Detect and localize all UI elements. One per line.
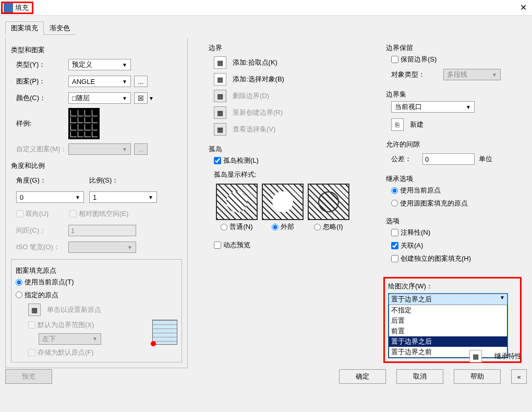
pick-origin-icon: ▦ [28,304,41,316]
group-boundary-set: 边界集 [386,90,516,99]
draw-order-option[interactable]: 置于边界之后 [389,336,507,347]
color-combo[interactable]: □ 随层▼ [68,92,131,104]
view-selection-label: 查看选择集(V) [233,125,275,134]
iso-combo: ▼ [68,241,136,253]
draw-order-label: 绘图次序(W)： [388,282,433,290]
group-inherit: 继承选项 [386,174,516,184]
draw-order-option[interactable]: 不指定 [389,305,507,316]
delete-boundary-icon: ▦ [214,90,226,102]
associative-checkbox[interactable]: 关联(A) [391,241,423,250]
island-normal-radio[interactable]: 普通(N) [221,222,252,232]
draw-order-combo[interactable]: 置于边界之后▼ 不指定 后置 前置 置于边界之后 置于边界之前 [388,293,508,358]
annotative-checkbox[interactable]: 注释性(N) [391,228,430,237]
sample-swatch[interactable] [68,108,100,139]
scale-combo[interactable]: 1▼ [89,191,157,203]
group-boundary-retain: 边界保留 [386,43,516,53]
store-default-checkbox: 存储为默认原点(F) [28,348,94,357]
origin-position-combo: 左下▼ [39,333,101,345]
objtype-combo: 多段线▼ [443,69,501,80]
collapse-button[interactable]: « [511,369,527,384]
inherit-props-icon[interactable]: ▦ [469,350,482,362]
add-select-label: 添加:选择对象(B) [233,75,284,84]
spacing-input [68,225,136,236]
island-style-label: 孤岛显示样式: [214,170,365,179]
origin-specify-radio[interactable]: 指定的原点 [16,290,58,300]
inherit-source-radio[interactable]: 使用源图案填充的原点 [391,199,468,208]
default-bounds-checkbox: 默认为边界范围(X) [28,320,94,330]
tab-gradient[interactable]: 渐变色 [44,21,76,35]
color-label: 颜色(C)： [16,93,68,103]
origin-current-radio[interactable]: 使用当前原点(T) [16,277,74,287]
island-detect-checkbox[interactable]: 孤岛检测(L) [214,156,259,165]
angle-label: 角度(G)： [16,176,89,185]
boundary-set-combo[interactable]: 当前视口▼ [391,101,475,113]
recreate-boundary-icon: ▦ [214,106,226,119]
island-ignore-radio[interactable]: 忽略(I) [314,222,343,232]
island-normal-preview[interactable] [216,184,258,220]
custom-pattern-browse: ... [134,143,148,155]
type-label: 类型(Y)： [16,60,68,69]
pattern-browse-button[interactable]: ... [134,76,148,87]
select-obj-icon[interactable]: ▦ [214,73,226,86]
dynamic-preview-checkbox[interactable]: 动态预览 [214,240,250,250]
pattern-combo[interactable]: ANGLE▼ [68,76,131,87]
draw-order-option[interactable]: 前置 [389,326,507,336]
iso-label: ISO 笔宽(O)： [16,243,68,252]
pick-point-icon[interactable]: ▦ [214,56,226,69]
spacing-label: 间距(C)： [16,226,68,235]
group-islands: 孤岛 [209,144,365,154]
retain-boundary-checkbox[interactable]: 保留边界(S) [391,55,437,64]
origin-preview [152,320,177,345]
new-boundary-set-label: 新建 [410,120,424,129]
island-outer-radio[interactable]: 外部 [272,222,294,232]
bg-color-button[interactable]: ☒ [134,92,148,104]
view-selection-icon: ▦ [214,123,226,136]
tolerance-label: 公差： [391,154,422,164]
independent-checkbox[interactable]: 创建独立的图案填充(H) [391,254,471,263]
type-combo[interactable]: 预定义▼ [68,59,131,70]
unit-label: 单位 [479,154,492,164]
custom-pattern-label: 自定义图案(M)： [16,144,68,154]
preview-button: 预览 [5,369,52,384]
delete-boundary-label: 删除边界(D) [233,91,269,101]
draw-order-option[interactable]: 后置 [389,316,507,326]
angle-combo[interactable]: 0▼ [16,191,84,203]
app-icon [4,3,13,13]
inherit-props-label: 继承特性 [494,352,522,361]
sample-label: 样例: [16,119,68,128]
new-boundary-set-icon[interactable]: ⎘ [391,118,404,131]
custom-pattern-combo: ▼ [68,143,131,155]
island-outer-preview[interactable] [262,184,304,220]
relative-checkbox: 相对图纸空间(E) [69,209,128,219]
click-new-origin-label: 单击以设置新原点 [47,305,101,314]
window-title: 填充 [15,3,29,13]
double-checkbox: 双向(U) [16,209,49,219]
help-button[interactable]: 帮助 [454,369,501,384]
scale-label: 比例(S)： [89,176,118,185]
group-gap: 允许的间隙 [386,140,516,149]
group-boundary: 边界 [209,43,365,53]
group-angle-scale: 角度和比例 [11,161,182,171]
inherit-current-radio[interactable]: 使用当前原点 [391,186,441,195]
ok-button[interactable]: 确定 [339,369,386,384]
add-pick-label: 添加:拾取点(K) [233,58,277,67]
tolerance-input[interactable] [422,153,475,165]
cancel-button[interactable]: 取消 [396,369,443,384]
objtype-label: 对象类型： [391,70,443,79]
island-ignore-preview[interactable] [308,184,349,220]
recreate-boundary-label: 重新创建边界(R) [233,108,283,117]
tab-hatch[interactable]: 图案填充 [5,21,44,35]
group-type-pattern: 类型和图案 [11,45,182,55]
group-options: 选项 [386,216,516,226]
pattern-label: 图案(P)： [16,77,68,86]
close-icon[interactable]: ✕ [520,3,527,13]
group-hatch-origin: 图案填充原点 [16,266,177,275]
